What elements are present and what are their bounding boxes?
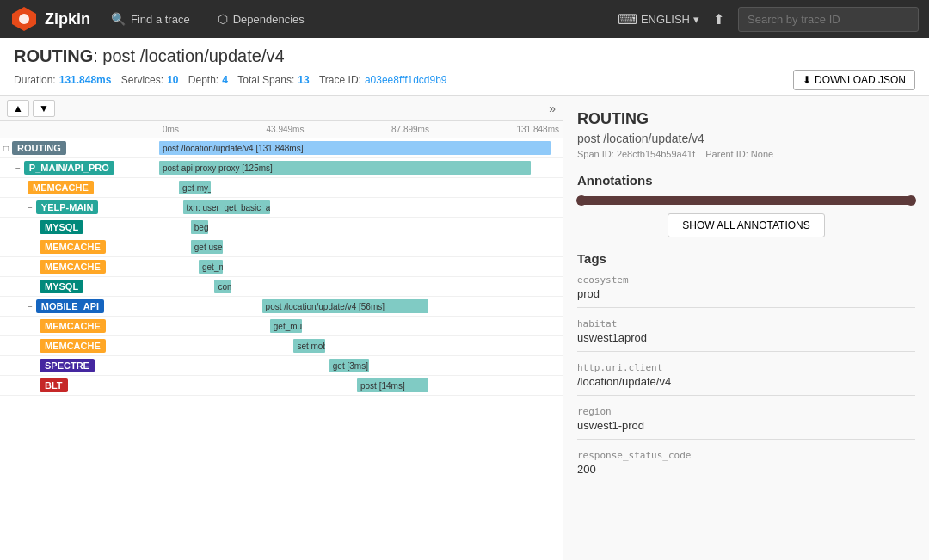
app-name: Zipkin	[45, 10, 90, 28]
main-content: ▲ ▼ » 0ms 43.949ms 87.899ms 131.848ms □R…	[0, 96, 929, 560]
language-selector[interactable]: ⌨ ENGLISH ▾	[618, 11, 699, 28]
upload-button[interactable]: ⬆	[713, 11, 724, 28]
parent-id-label: Parent ID:	[705, 149, 748, 159]
show-all-annotations-button[interactable]: SHOW ALL ANNOTATIONS	[668, 213, 824, 237]
trace-row[interactable]: MYSQLcommit [374µs]	[0, 277, 563, 297]
zipkin-logo-icon	[10, 5, 38, 33]
app-header: Zipkin 🔍 Find a trace ⬡ Dependencies ⌨ E…	[0, 0, 929, 38]
span-bar: get_multi my_cache_name_v1 [233µs]	[199, 260, 223, 274]
service-badge: MYSQL	[40, 280, 83, 293]
span-cell[interactable]: get user_details_cache-20150901 [1.068ms…	[159, 237, 563, 256]
find-trace-nav[interactable]: 🔍 Find a trace	[104, 9, 197, 29]
service-badge: MEMCACHE	[40, 339, 106, 353]
service-badge: ROUTING	[12, 141, 66, 155]
trace-rows: □ROUTINGpost /location/update/v4 [131.84…	[0, 138, 563, 560]
collapse-button[interactable]: −	[15, 163, 21, 173]
service-badge: SPECTRE	[40, 359, 95, 372]
annotations-section-title: Annotations	[577, 173, 915, 188]
service-badge: MEMCACHE	[40, 240, 106, 254]
trace-row[interactable]: MEMCACHEget_multi my_cache_name_v1 [233µ…	[0, 257, 563, 277]
trace-row[interactable]: −MOBILE_APIpost /location/update/v4 [56m…	[0, 297, 563, 317]
trace-row[interactable]: MEMCACHEset mobile_api_nonce [1.026ms]	[0, 336, 563, 356]
search-icon: 🔍	[111, 12, 126, 26]
span-cell[interactable]: set mobile_api_nonce [1.026ms]	[159, 336, 563, 355]
timeline-header: 0ms 43.949ms 87.899ms 131.848ms	[0, 121, 563, 138]
route-label: : post /location/update/v4	[93, 46, 284, 65]
download-label: DOWNLOAD JSON	[815, 74, 906, 86]
span-bar: get_multi mobile_api_nonce [1.066ms]	[270, 319, 302, 333]
collapse-up-button[interactable]: ▲	[7, 100, 29, 117]
dependencies-nav[interactable]: ⬡ Dependencies	[211, 9, 311, 29]
service-cell: −P_MAIN/API_PRO	[0, 160, 159, 175]
expand-icon[interactable]: »	[549, 102, 556, 115]
span-cell[interactable]: post /location/update/v4 [56ms]	[159, 297, 563, 316]
time-marker-0: 0ms	[163, 125, 179, 134]
service-cell: MYSQL	[0, 219, 159, 235]
trace-row[interactable]: □ROUTINGpost /location/update/v4 [131.84…	[0, 138, 563, 158]
service-badge: BLT	[40, 378, 68, 392]
detail-title: ROUTING	[577, 110, 915, 128]
trace-row[interactable]: MEMCACHEget user_details_cache-20150901 …	[0, 237, 563, 257]
trace-row[interactable]: −P_MAIN/API_PROpost api proxy proxy [125…	[0, 158, 563, 178]
tag-item: regionuswest1-prod	[577, 406, 915, 440]
download-json-button[interactable]: ⬇ DOWNLOAD JSON	[793, 70, 915, 90]
chevron-down-icon: ▾	[693, 13, 699, 26]
duration-label: Duration:	[14, 74, 56, 86]
trace-id-label: Trace ID:	[319, 74, 361, 86]
tag-item: response_status_code200	[577, 450, 915, 476]
time-marker-1: 43.949ms	[266, 125, 304, 134]
span-cell[interactable]: get my_cache_name_v2 [993µs]	[159, 178, 563, 197]
detail-subtitle: post /location/update/v4	[577, 132, 915, 145]
collapse-down-button[interactable]: ▼	[33, 100, 55, 117]
tag-value: /location/update/v4	[577, 375, 915, 388]
tag-divider	[577, 395, 915, 396]
span-cell[interactable]: begin [445µs]	[159, 218, 563, 237]
trace-row[interactable]: BLTpost [14ms]	[0, 376, 563, 396]
dependencies-icon: ⬡	[218, 12, 228, 26]
span-cell[interactable]: post [14ms]	[159, 376, 563, 395]
trace-row[interactable]: −YELP-MAINtxn: user_get_basic_and_scout_…	[0, 198, 563, 218]
service-cell: MEMCACHE	[0, 318, 159, 334]
service-col-header	[0, 123, 159, 136]
annotation-bar	[577, 196, 915, 205]
collapse-button[interactable]: −	[28, 203, 33, 212]
service-cell: □ROUTING	[0, 140, 159, 156]
span-cell[interactable]: commit [374µs]	[159, 277, 563, 296]
tag-key: habitat	[577, 318, 915, 329]
spans-label: Total Spans:	[237, 74, 294, 86]
tag-item: http.uri.client/location/update/v4	[577, 362, 915, 396]
tag-key: ecosystem	[577, 274, 915, 286]
service-badge: MEMCACHE	[28, 181, 94, 194]
trace-row[interactable]: SPECTREget [3ms]	[0, 356, 563, 376]
span-cell[interactable]: txn: user_get_basic_and_scout_info [3.88…	[159, 198, 563, 217]
trace-row[interactable]: MEMCACHEget_multi mobile_api_nonce [1.06…	[0, 317, 563, 336]
collapse-button[interactable]: □	[3, 144, 9, 153]
service-cell: SPECTRE	[0, 358, 159, 373]
services-label: Services:	[121, 74, 163, 86]
trace-row[interactable]: MEMCACHEget my_cache_name_v2 [993µs]	[0, 178, 563, 198]
service-badge: MYSQL	[40, 220, 83, 234]
service-badge: MOBILE_API	[36, 299, 104, 313]
span-cell[interactable]: get_multi my_cache_name_v1 [233µs]	[159, 257, 563, 276]
span-cell[interactable]: post api proxy proxy [125ms]	[159, 158, 563, 177]
time-marker-2: 87.899ms	[391, 125, 429, 134]
service-badge: MEMCACHE	[40, 319, 106, 333]
span-bar: post api proxy proxy [125ms]	[159, 161, 531, 175]
trace-search-input[interactable]	[738, 7, 919, 32]
tag-value: 200	[577, 463, 915, 476]
service-badge: P_MAIN/API_PRO	[24, 161, 114, 175]
span-cell[interactable]: get [3ms]	[159, 356, 563, 375]
span-cell[interactable]: post /location/update/v4 [131.848ms]	[159, 138, 563, 157]
collapse-button[interactable]: −	[28, 302, 33, 311]
service-cell: −YELP-MAIN	[0, 200, 159, 215]
trace-row[interactable]: MYSQLbegin [445µs]	[0, 218, 563, 237]
service-cell: MEMCACHE	[0, 180, 159, 195]
depth-value: 4	[222, 74, 228, 86]
tags-section-title: Tags	[577, 251, 915, 266]
annotation-dot-start	[576, 195, 587, 206]
tag-value: uswest1-prod	[577, 419, 915, 432]
span-bar: txn: user_get_basic_and_scout_info [3.88…	[183, 200, 270, 214]
time-markers: 0ms 43.949ms 87.899ms 131.848ms	[159, 123, 563, 136]
span-cell[interactable]: get_multi mobile_api_nonce [1.066ms]	[159, 317, 563, 335]
span-id-label: Span ID:	[577, 149, 614, 159]
